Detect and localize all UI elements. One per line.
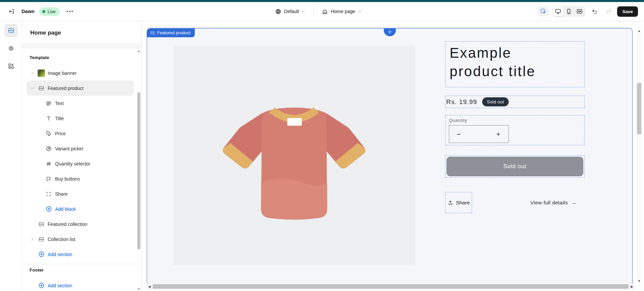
- panel-header: Home page: [22, 21, 141, 44]
- mobile-icon: [565, 8, 572, 15]
- section-icon: [38, 85, 45, 91]
- scroll-up-arrow[interactable]: ▲: [137, 49, 141, 53]
- save-button[interactable]: Save: [617, 6, 638, 17]
- svg-text:$: $: [48, 133, 50, 135]
- sold-out-button[interactable]: Sold out: [447, 157, 583, 176]
- chevron-down-icon: [302, 10, 305, 13]
- plus-circle-icon: [38, 251, 45, 257]
- horizontal-scrollbar-thumb[interactable]: [153, 284, 629, 289]
- section-label-chip[interactable]: Featured product: [147, 29, 195, 37]
- sidebar-item-image-banner[interactable]: Image banner: [26, 65, 134, 81]
- quantity-increase-button[interactable]: +: [496, 130, 500, 138]
- product-image-block[interactable]: [173, 46, 415, 265]
- editor-header: Dawn Live Default: [0, 2, 644, 21]
- sidebar-item-featured-product[interactable]: Featured product: [26, 81, 134, 96]
- gear-icon: [8, 45, 14, 52]
- preview-horizontal-scrollbar[interactable]: ◀ ▶: [147, 284, 635, 289]
- plus-circle-icon: [45, 206, 52, 212]
- undo-button[interactable]: [589, 6, 600, 17]
- vertical-scrollbar-thumb[interactable]: [637, 83, 641, 134]
- template-group-label: Template: [30, 55, 134, 60]
- product-price-block[interactable]: Rs. 19.99 Sold out: [445, 96, 585, 108]
- sections-panel: Home page Template Image banner Featur: [22, 21, 142, 291]
- left-icon-rail: [0, 21, 22, 291]
- price-tag-icon: $: [45, 131, 52, 137]
- product-details-column: Example product title Rs. 19.99 Sold out…: [445, 29, 585, 284]
- app-embeds-tab-button[interactable]: [4, 59, 18, 73]
- sidebar-item-share[interactable]: Share: [26, 186, 134, 201]
- scroll-down-arrow[interactable]: ▼: [636, 278, 642, 284]
- redo-button[interactable]: [603, 6, 614, 17]
- tshirt-illustration: [222, 95, 367, 226]
- chevron-right-icon[interactable]: [30, 71, 35, 75]
- theme-settings-tab-button[interactable]: [4, 42, 18, 55]
- sidebar-item-price[interactable]: $ Price: [26, 126, 134, 141]
- sidebar-item-collection-list[interactable]: Collection list: [26, 232, 134, 247]
- chevron-down-icon[interactable]: [30, 86, 35, 90]
- preview-vertical-scrollbar[interactable]: ▲ ▼: [636, 28, 642, 284]
- inspector-toggle-button[interactable]: [538, 6, 549, 16]
- footer-add-section-button[interactable]: Add section: [26, 278, 134, 291]
- sidebar-item-featured-collection[interactable]: Featured collection: [26, 216, 134, 232]
- panel-title: Home page: [30, 30, 61, 36]
- sidebar-item-text[interactable]: Text: [26, 96, 134, 111]
- page-selector[interactable]: Home page: [318, 6, 365, 17]
- featured-product-section[interactable]: Featured product: [147, 28, 633, 284]
- section-tree: Template Image banner Featured product: [22, 48, 141, 291]
- buy-buttons-block[interactable]: Sold out: [445, 155, 585, 178]
- sidebar-item-variant-picker[interactable]: Variant picker: [26, 141, 134, 156]
- plus-circle-icon: [38, 282, 45, 289]
- theme-name: Dawn: [21, 9, 35, 14]
- footer-group-divider: [22, 264, 141, 264]
- image-banner-thumbnail: [38, 69, 45, 77]
- locale-selector[interactable]: Default: [272, 6, 309, 17]
- share-corners-icon: [45, 191, 52, 197]
- exit-editor-button[interactable]: [6, 6, 17, 17]
- sidebar-item-title[interactable]: Title: [26, 111, 134, 126]
- page-label: Home page: [331, 9, 355, 14]
- quantity-decrease-button[interactable]: −: [457, 130, 461, 138]
- redo-icon: [605, 8, 612, 15]
- footer-group-label: Footer: [30, 268, 134, 273]
- title-block-icon: [45, 115, 52, 122]
- chevron-right-icon[interactable]: [30, 237, 35, 241]
- section-icon: [150, 31, 155, 35]
- undo-icon: [591, 8, 598, 15]
- sidebar-scrollbar-thumb[interactable]: [137, 92, 140, 249]
- product-title-block[interactable]: Example product title: [445, 41, 585, 87]
- sections-tab-button[interactable]: [4, 24, 18, 37]
- mobile-view-button[interactable]: [563, 7, 574, 16]
- share-block[interactable]: Share: [445, 192, 472, 213]
- header-divider: [313, 7, 314, 16]
- section-icon: [38, 236, 45, 242]
- apps-icon: [8, 63, 14, 69]
- add-section-button[interactable]: Add section: [26, 247, 134, 262]
- desktop-view-button[interactable]: [553, 7, 563, 16]
- more-actions-button[interactable]: [64, 6, 75, 17]
- view-full-details-link[interactable]: View full details →: [531, 200, 577, 206]
- fullwidth-view-button[interactable]: [574, 7, 585, 16]
- section-icon: [38, 221, 45, 227]
- quantity-stepper[interactable]: − +: [449, 125, 509, 143]
- hash-icon: [45, 161, 52, 167]
- scroll-right-arrow[interactable]: ▶: [629, 284, 635, 289]
- variant-picker-icon: [45, 146, 52, 152]
- quantity-selector-block[interactable]: Quantity − +: [445, 115, 585, 145]
- sidebar-item-buy-buttons[interactable]: Buy buttons: [26, 171, 134, 186]
- home-icon: [322, 8, 328, 15]
- sidebar-scrollbar[interactable]: ▲ ▼: [137, 49, 141, 291]
- add-section-above-button[interactable]: [384, 28, 396, 36]
- buy-buttons-icon: [45, 176, 52, 182]
- inspect-icon: [540, 8, 547, 15]
- scroll-down-arrow[interactable]: ▼: [137, 286, 141, 291]
- exit-icon: [8, 8, 15, 15]
- sidebar-item-quantity-selector[interactable]: Quantity selector: [26, 156, 134, 171]
- plus-icon: [387, 29, 393, 35]
- globe-icon: [275, 8, 281, 15]
- scroll-left-arrow[interactable]: ◀: [147, 284, 152, 289]
- locale-label: Default: [284, 9, 299, 14]
- add-block-button[interactable]: Add block: [26, 201, 134, 216]
- arrow-right-icon: →: [571, 200, 577, 206]
- chevron-down-icon: [358, 10, 362, 13]
- scroll-up-arrow[interactable]: ▲: [636, 28, 642, 34]
